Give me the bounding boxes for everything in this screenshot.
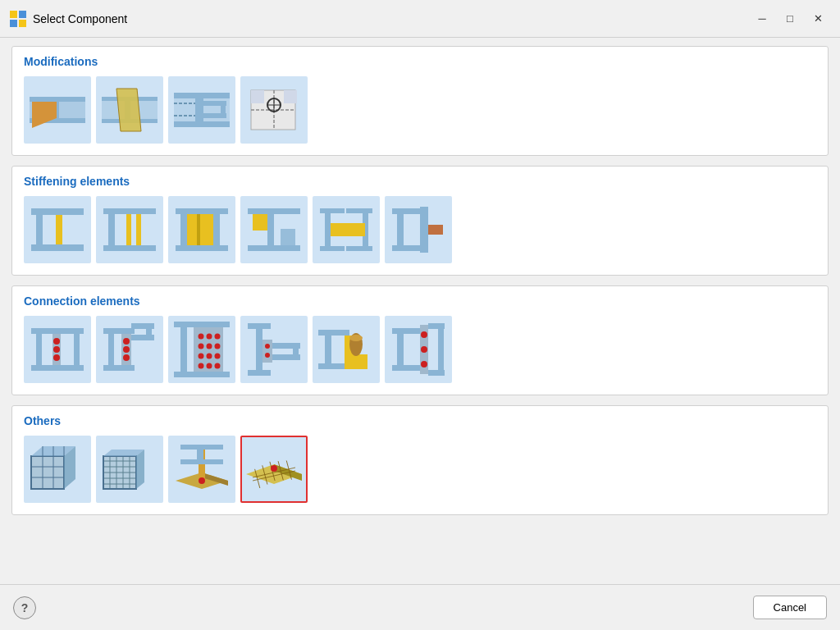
svg-point-72 (53, 354, 60, 361)
svg-rect-65 (428, 225, 443, 235)
svg-rect-103 (248, 370, 271, 376)
svg-rect-40 (108, 214, 115, 245)
svg-rect-78 (108, 334, 114, 365)
svg-point-96 (199, 354, 204, 359)
svg-marker-150 (136, 450, 144, 489)
modifications-items (24, 76, 816, 144)
svg-point-95 (215, 344, 221, 349)
svg-rect-106 (269, 354, 300, 360)
svg-rect-2 (10, 20, 17, 27)
svg-rect-75 (74, 334, 80, 365)
svg-rect-155 (180, 459, 223, 464)
svg-rect-31 (284, 90, 297, 103)
svg-rect-48 (197, 214, 200, 245)
svg-point-116 (349, 335, 363, 341)
svg-point-80 (123, 338, 130, 345)
close-button[interactable]: ✕ (806, 8, 830, 30)
item-conn-5[interactable] (313, 316, 380, 383)
item-stif-2[interactable] (96, 196, 163, 263)
svg-rect-3 (19, 20, 26, 27)
item-mod-3[interactable] (168, 76, 235, 144)
svg-rect-56 (325, 213, 331, 246)
svg-rect-0 (10, 11, 17, 18)
modifications-section: Modifications (11, 46, 829, 156)
svg-rect-57 (346, 208, 372, 213)
svg-rect-73 (61, 328, 84, 334)
svg-rect-77 (103, 365, 135, 371)
svg-rect-105 (269, 343, 300, 349)
svg-rect-76 (103, 328, 135, 334)
item-conn-1[interactable] (24, 316, 91, 383)
svg-rect-126 (438, 329, 444, 370)
svg-point-122 (421, 346, 427, 353)
svg-point-123 (421, 361, 427, 368)
item-mod-2[interactable] (96, 76, 163, 144)
svg-point-70 (53, 338, 60, 345)
svg-point-90 (199, 334, 204, 340)
svg-point-109 (265, 344, 270, 349)
svg-point-81 (123, 346, 130, 353)
svg-rect-83 (131, 323, 154, 329)
svg-rect-118 (392, 365, 423, 371)
item-stif-1[interactable] (24, 196, 91, 263)
item-stif-6[interactable] (385, 196, 452, 263)
item-oth-3[interactable] (168, 436, 235, 503)
svg-point-92 (215, 334, 221, 340)
item-mod-1[interactable] (24, 76, 91, 144)
svg-rect-54 (320, 208, 345, 213)
app-icon (10, 11, 26, 27)
svg-rect-156 (197, 450, 203, 459)
svg-rect-45 (180, 214, 187, 245)
content-area: Modifications (0, 38, 840, 584)
svg-rect-34 (36, 215, 43, 244)
item-oth-1[interactable] (24, 436, 91, 503)
item-stif-3[interactable] (168, 196, 235, 263)
svg-rect-102 (248, 323, 271, 329)
svg-rect-127 (31, 456, 64, 489)
svg-rect-111 (318, 330, 349, 336)
svg-rect-67 (31, 365, 64, 371)
svg-point-100 (207, 363, 212, 369)
item-conn-2[interactable] (96, 316, 163, 383)
item-mod-4[interactable] (240, 76, 308, 144)
svg-rect-41 (126, 214, 131, 245)
svg-rect-19 (203, 101, 226, 106)
svg-rect-108 (262, 340, 272, 363)
svg-rect-50 (248, 245, 300, 251)
svg-rect-86 (174, 322, 230, 327)
svg-rect-42 (136, 214, 141, 245)
svg-rect-119 (397, 334, 404, 365)
svg-point-82 (123, 354, 130, 361)
stiffening-title: Stiffening elements (24, 175, 816, 188)
svg-rect-18 (195, 98, 203, 121)
svg-rect-62 (392, 245, 423, 251)
item-oth-4[interactable]: Fasteners (240, 436, 308, 503)
svg-rect-51 (267, 214, 274, 245)
item-stif-4[interactable] (240, 196, 308, 263)
window-title: Select Component (33, 12, 750, 25)
svg-rect-49 (248, 208, 300, 214)
item-conn-6[interactable] (385, 316, 452, 383)
modifications-title: Modifications (24, 55, 816, 68)
svg-point-71 (53, 346, 60, 353)
bottom-bar: ? Cancel (0, 584, 840, 630)
window-controls: ─ □ ✕ (750, 8, 830, 30)
item-stif-5[interactable] (313, 196, 380, 263)
svg-rect-5 (30, 97, 85, 102)
minimize-button[interactable]: ─ (750, 8, 774, 30)
item-conn-3[interactable] (168, 316, 235, 383)
help-button[interactable]: ? (13, 596, 36, 619)
item-conn-4[interactable] (240, 316, 308, 383)
svg-rect-117 (392, 328, 423, 334)
maximize-button[interactable]: □ (778, 8, 802, 30)
svg-rect-88 (180, 327, 187, 372)
svg-rect-64 (420, 207, 428, 253)
svg-point-98 (215, 354, 221, 359)
svg-point-121 (421, 331, 427, 338)
item-oth-2[interactable] (96, 436, 163, 503)
cancel-button[interactable]: Cancel (753, 596, 827, 619)
connection-title: Connection elements (24, 294, 816, 308)
svg-rect-60 (331, 223, 365, 236)
svg-point-91 (207, 334, 212, 340)
svg-rect-17 (174, 121, 230, 127)
